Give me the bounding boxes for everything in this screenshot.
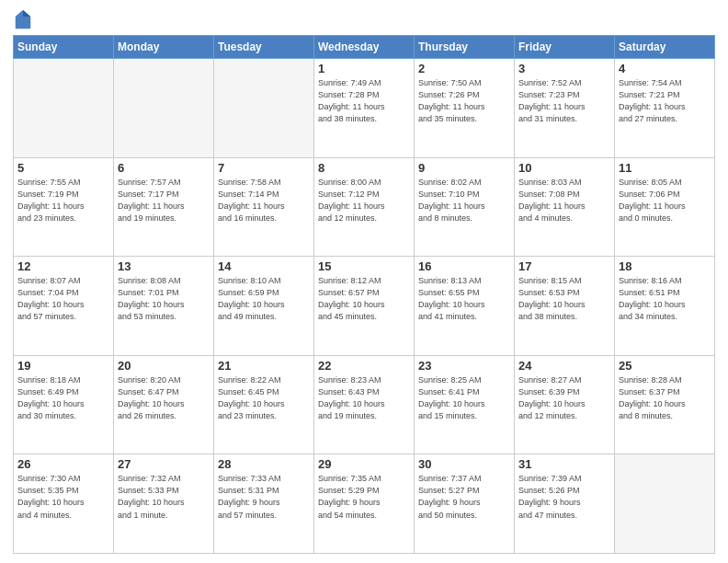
day-info: Sunrise: 8:03 AM Sunset: 7:08 PM Dayligh… [518, 177, 610, 224]
calendar-cell: 22Sunrise: 8:23 AM Sunset: 6:43 PM Dayli… [314, 355, 415, 454]
day-info: Sunrise: 8:08 AM Sunset: 7:01 PM Dayligh… [118, 275, 210, 323]
day-info: Sunrise: 8:07 AM Sunset: 7:04 PM Dayligh… [17, 275, 109, 323]
day-number: 3 [518, 62, 610, 75]
day-number: 31 [518, 457, 610, 471]
calendar-week-row: 19Sunrise: 8:18 AM Sunset: 6:49 PM Dayli… [14, 355, 715, 454]
day-info: Sunrise: 8:27 AM Sunset: 6:39 PM Dayligh… [518, 374, 610, 422]
calendar-cell: 18Sunrise: 8:16 AM Sunset: 6:51 PM Dayli… [615, 257, 715, 356]
day-number: 12 [17, 259, 109, 273]
calendar-cell: 9Sunrise: 8:02 AM Sunset: 7:10 PM Daylig… [415, 157, 515, 257]
day-info: Sunrise: 8:25 AM Sunset: 6:41 PM Dayligh… [418, 374, 510, 422]
calendar-cell: 20Sunrise: 8:20 AM Sunset: 6:47 PM Dayli… [114, 355, 214, 454]
day-number: 24 [518, 359, 610, 373]
day-number: 22 [318, 359, 410, 373]
calendar-header-tuesday: Tuesday [214, 36, 314, 59]
day-info: Sunrise: 8:28 AM Sunset: 6:37 PM Dayligh… [619, 374, 711, 422]
day-number: 17 [518, 259, 610, 273]
calendar-cell [615, 454, 715, 554]
day-info: Sunrise: 8:05 AM Sunset: 7:06 PM Dayligh… [619, 177, 711, 224]
calendar-header-sunday: Sunday [14, 36, 114, 59]
day-number: 4 [619, 62, 711, 75]
calendar-header-saturday: Saturday [615, 36, 715, 59]
day-info: Sunrise: 7:39 AM Sunset: 5:26 PM Dayligh… [518, 473, 610, 521]
calendar-cell [214, 59, 314, 158]
day-number: 25 [619, 359, 711, 373]
calendar-week-row: 5Sunrise: 7:55 AM Sunset: 7:19 PM Daylig… [14, 157, 715, 257]
day-info: Sunrise: 7:54 AM Sunset: 7:21 PM Dayligh… [619, 77, 711, 125]
calendar-cell [114, 59, 214, 158]
calendar-cell: 15Sunrise: 8:12 AM Sunset: 6:57 PM Dayli… [314, 257, 415, 356]
calendar-week-row: 26Sunrise: 7:30 AM Sunset: 5:35 PM Dayli… [14, 454, 715, 554]
day-info: Sunrise: 8:23 AM Sunset: 6:43 PM Dayligh… [318, 374, 410, 422]
day-number: 23 [418, 359, 510, 373]
calendar-cell: 13Sunrise: 8:08 AM Sunset: 7:01 PM Dayli… [114, 257, 214, 356]
calendar-cell: 31Sunrise: 7:39 AM Sunset: 5:26 PM Dayli… [515, 454, 615, 554]
calendar-cell: 26Sunrise: 7:30 AM Sunset: 5:35 PM Dayli… [14, 454, 114, 554]
calendar-cell: 6Sunrise: 7:57 AM Sunset: 7:17 PM Daylig… [114, 157, 214, 257]
day-number: 14 [218, 259, 310, 273]
day-info: Sunrise: 8:20 AM Sunset: 6:47 PM Dayligh… [118, 374, 210, 422]
calendar-header-monday: Monday [114, 36, 214, 59]
day-info: Sunrise: 8:10 AM Sunset: 6:59 PM Dayligh… [218, 275, 310, 323]
day-number: 28 [218, 457, 310, 471]
day-info: Sunrise: 8:12 AM Sunset: 6:57 PM Dayligh… [318, 275, 410, 323]
calendar-cell: 14Sunrise: 8:10 AM Sunset: 6:59 PM Dayli… [214, 257, 314, 356]
logo [13, 9, 31, 29]
day-info: Sunrise: 8:18 AM Sunset: 6:49 PM Dayligh… [17, 374, 109, 422]
calendar-cell: 24Sunrise: 8:27 AM Sunset: 6:39 PM Dayli… [515, 355, 615, 454]
day-number: 26 [17, 457, 109, 471]
calendar-cell: 27Sunrise: 7:32 AM Sunset: 5:33 PM Dayli… [114, 454, 214, 554]
calendar-week-row: 12Sunrise: 8:07 AM Sunset: 7:04 PM Dayli… [14, 257, 715, 356]
calendar-cell: 28Sunrise: 7:33 AM Sunset: 5:31 PM Dayli… [214, 454, 314, 554]
day-number: 19 [17, 359, 109, 373]
calendar-cell: 1Sunrise: 7:49 AM Sunset: 7:28 PM Daylig… [314, 59, 415, 158]
calendar-cell: 8Sunrise: 8:00 AM Sunset: 7:12 PM Daylig… [314, 157, 415, 257]
day-number: 10 [518, 161, 610, 175]
day-number: 1 [318, 62, 410, 75]
calendar-cell: 21Sunrise: 8:22 AM Sunset: 6:45 PM Dayli… [214, 355, 314, 454]
day-info: Sunrise: 7:33 AM Sunset: 5:31 PM Dayligh… [218, 473, 310, 521]
calendar-cell: 23Sunrise: 8:25 AM Sunset: 6:41 PM Dayli… [415, 355, 515, 454]
day-number: 15 [318, 259, 410, 273]
day-info: Sunrise: 8:13 AM Sunset: 6:55 PM Dayligh… [418, 275, 510, 323]
day-info: Sunrise: 8:00 AM Sunset: 7:12 PM Dayligh… [318, 177, 410, 224]
day-info: Sunrise: 8:22 AM Sunset: 6:45 PM Dayligh… [218, 374, 310, 422]
day-number: 11 [619, 161, 711, 175]
day-info: Sunrise: 7:30 AM Sunset: 5:35 PM Dayligh… [17, 473, 109, 521]
calendar-cell: 16Sunrise: 8:13 AM Sunset: 6:55 PM Dayli… [415, 257, 515, 356]
day-number: 5 [17, 161, 109, 175]
calendar-cell: 17Sunrise: 8:15 AM Sunset: 6:53 PM Dayli… [515, 257, 615, 356]
day-number: 30 [418, 457, 510, 471]
day-number: 27 [118, 457, 210, 471]
day-number: 8 [318, 161, 410, 175]
calendar-header-wednesday: Wednesday [314, 36, 415, 59]
calendar-cell: 30Sunrise: 7:37 AM Sunset: 5:27 PM Dayli… [415, 454, 515, 554]
calendar-cell: 4Sunrise: 7:54 AM Sunset: 7:21 PM Daylig… [615, 59, 715, 158]
day-info: Sunrise: 7:52 AM Sunset: 7:23 PM Dayligh… [518, 77, 610, 125]
day-number: 29 [318, 457, 410, 471]
day-number: 9 [418, 161, 510, 175]
calendar-cell: 10Sunrise: 8:03 AM Sunset: 7:08 PM Dayli… [515, 157, 615, 257]
day-number: 13 [118, 259, 210, 273]
calendar-cell [14, 59, 114, 158]
calendar-week-row: 1Sunrise: 7:49 AM Sunset: 7:28 PM Daylig… [14, 59, 715, 158]
day-info: Sunrise: 8:15 AM Sunset: 6:53 PM Dayligh… [518, 275, 610, 323]
day-info: Sunrise: 7:58 AM Sunset: 7:14 PM Dayligh… [218, 177, 310, 224]
day-info: Sunrise: 8:16 AM Sunset: 6:51 PM Dayligh… [619, 275, 711, 323]
day-number: 7 [218, 161, 310, 175]
calendar-header-thursday: Thursday [415, 36, 515, 59]
calendar-cell: 11Sunrise: 8:05 AM Sunset: 7:06 PM Dayli… [615, 157, 715, 257]
day-info: Sunrise: 8:02 AM Sunset: 7:10 PM Dayligh… [418, 177, 510, 224]
page: SundayMondayTuesdayWednesdayThursdayFrid… [0, 0, 728, 563]
calendar-header-row: SundayMondayTuesdayWednesdayThursdayFrid… [14, 36, 715, 59]
header [13, 9, 715, 29]
day-number: 18 [619, 259, 711, 273]
day-info: Sunrise: 7:57 AM Sunset: 7:17 PM Dayligh… [118, 177, 210, 224]
day-info: Sunrise: 7:32 AM Sunset: 5:33 PM Dayligh… [118, 473, 210, 521]
calendar-cell: 2Sunrise: 7:50 AM Sunset: 7:26 PM Daylig… [415, 59, 515, 158]
day-number: 21 [218, 359, 310, 373]
day-info: Sunrise: 7:49 AM Sunset: 7:28 PM Dayligh… [318, 77, 410, 125]
day-info: Sunrise: 7:37 AM Sunset: 5:27 PM Dayligh… [418, 473, 510, 521]
day-number: 20 [118, 359, 210, 373]
calendar-cell: 3Sunrise: 7:52 AM Sunset: 7:23 PM Daylig… [515, 59, 615, 158]
